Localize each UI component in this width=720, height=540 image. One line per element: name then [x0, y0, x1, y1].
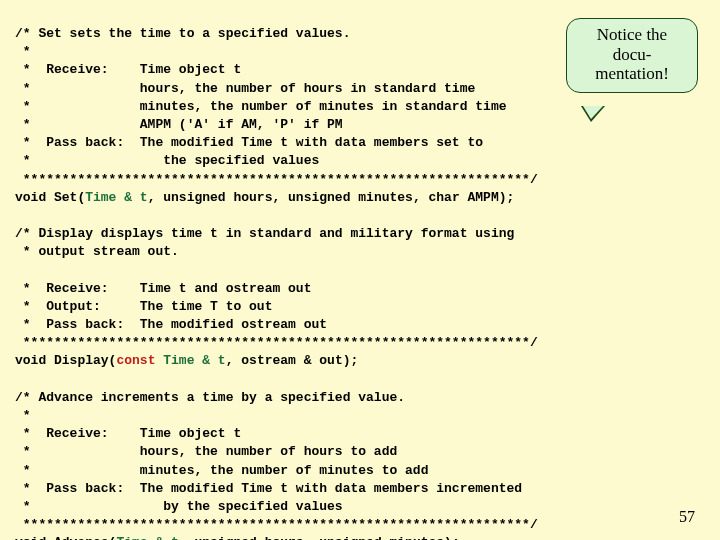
c1-l9: ****************************************…	[15, 172, 538, 187]
c2-l1: /* Display displays time t in standard a…	[15, 226, 514, 241]
c1-l3: * Receive: Time object t	[15, 62, 241, 77]
c1-l4: * hours, the number of hours in standard…	[15, 81, 475, 96]
sig3-b: , unsigned hours, unsigned minutes);	[179, 535, 460, 540]
sig2-a: void Display(	[15, 353, 116, 368]
code-block: /* Set sets the time to a specified valu…	[15, 25, 705, 540]
sig3-a: void Advance(	[15, 535, 116, 540]
c1-l1: /* Set sets the time to a specified valu…	[15, 26, 350, 41]
c1-l6: * AMPM ('A' if AM, 'P' if PM	[15, 117, 343, 132]
c1-l8: * the specified values	[15, 153, 319, 168]
c2-l6: * Pass back: The modified ostream out	[15, 317, 327, 332]
c3-l4: * hours, the number of hours to add	[15, 444, 397, 459]
callout-line1: Notice the	[597, 25, 667, 44]
slide: Notice the docu- mentation! /* Set sets …	[0, 0, 720, 540]
sig1-t: Time & t	[85, 190, 147, 205]
sig1-a: void Set(	[15, 190, 85, 205]
c1-l2: *	[15, 44, 31, 59]
sig1-b: , unsigned hours, unsigned minutes, char…	[148, 190, 515, 205]
c3-l7: * by the specified values	[15, 499, 343, 514]
page-number: 57	[679, 508, 695, 526]
c1-l7: * Pass back: The modified Time t with da…	[15, 135, 483, 150]
c3-l5: * minutes, the number of minutes to add	[15, 463, 428, 478]
c3-l2: *	[15, 408, 31, 423]
c2-l4: * Receive: Time t and ostream out	[15, 281, 311, 296]
c2-l2: * output stream out.	[15, 244, 179, 259]
c3-l8: ****************************************…	[15, 517, 538, 532]
c3-l6: * Pass back: The modified Time t with da…	[15, 481, 522, 496]
c2-l5: * Output: The time T to out	[15, 299, 272, 314]
sig2-t: Time & t	[163, 353, 225, 368]
sig3-t: Time & t	[116, 535, 178, 540]
c3-l3: * Receive: Time object t	[15, 426, 241, 441]
c1-l5: * minutes, the number of minutes in stan…	[15, 99, 506, 114]
c2-l7: ****************************************…	[15, 335, 538, 350]
documentation-callout: Notice the docu- mentation!	[566, 18, 698, 93]
c3-l1: /* Advance increments a time by a specif…	[15, 390, 405, 405]
sig2-b: , ostream & out);	[226, 353, 359, 368]
callout-line3: mentation!	[595, 64, 669, 83]
sig2-k: const	[116, 353, 155, 368]
callout-line2: docu-	[613, 45, 652, 64]
